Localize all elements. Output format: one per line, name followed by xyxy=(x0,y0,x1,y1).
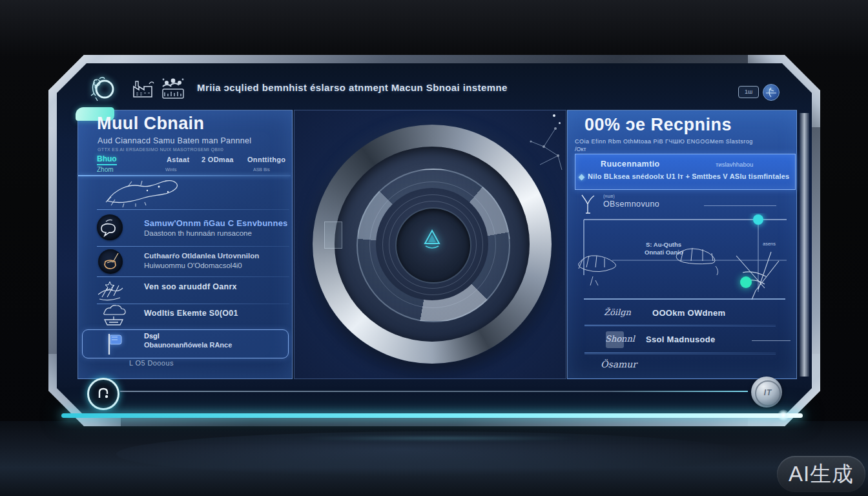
divider xyxy=(78,175,291,176)
glow-bar xyxy=(61,413,803,418)
power-button[interactable] xyxy=(87,378,119,410)
stat-col-3-sub: ASB Bis xyxy=(253,167,270,172)
fish-doodle-icon xyxy=(102,178,192,209)
triangle-logo-icon xyxy=(421,228,443,251)
ceiling-shadow xyxy=(0,0,868,57)
divider xyxy=(584,353,776,353)
spark-dot xyxy=(559,122,561,124)
diagram-center-line1: S: Au-Quths xyxy=(646,241,681,248)
right-panel-title: 00% ɔе Recpnins xyxy=(584,115,732,135)
observe-label[interactable]: OBsemnovuno xyxy=(603,200,659,209)
stat-col-2: 2 ODmaa xyxy=(202,156,234,163)
y-doodle-icon xyxy=(577,192,599,216)
arrow-fork-doodle-icon xyxy=(736,252,779,300)
frame-reflection-strip xyxy=(800,113,809,377)
app-title: Mriia ɔcɥlied bemnhist éslarso atnmeɲt M… xyxy=(197,82,508,93)
observe-line xyxy=(704,205,776,206)
diagram-center-line2: Onnati Oanio xyxy=(645,249,683,256)
people-chart-icon[interactable] xyxy=(159,76,187,102)
divider xyxy=(97,276,289,277)
row-label: Ösamur xyxy=(601,359,637,369)
divider xyxy=(97,209,289,210)
flag-icon xyxy=(105,333,123,356)
right-panel-subtitle-2: /Окт xyxy=(575,146,586,152)
glow-node xyxy=(778,409,789,421)
diagram-dot-label: asens xyxy=(763,241,776,247)
selected-item-desc: Obaunonanñówela RAnce xyxy=(144,341,232,349)
center-panel xyxy=(294,110,566,379)
ladle-doodle-icon[interactable] xyxy=(98,249,123,274)
factory-icon[interactable] xyxy=(131,78,156,101)
selected-item-title: Dsgl xyxy=(144,332,160,340)
bird-doodle-icon[interactable] xyxy=(94,278,128,304)
globe-button-icon[interactable] xyxy=(763,84,780,101)
constellation-doodle-icon xyxy=(524,125,564,176)
corner-dial-button[interactable]: IT xyxy=(751,377,782,408)
left-panel-title: Muul Cbnain xyxy=(97,114,204,134)
brain-ring-logo-icon[interactable] xyxy=(88,74,118,104)
list-item-title[interactable]: Cuthaarŕo Otldanlea Urtovnnilon xyxy=(144,252,259,260)
glow-reflection xyxy=(304,437,575,440)
list-item-title[interactable]: Samuw'Onnm ñGau C Esnvbunnes xyxy=(144,218,288,228)
banner-meta: тиslavhhabou xyxy=(716,161,753,168)
ai-generated-watermark: AI生成 xyxy=(777,456,865,492)
row-line xyxy=(752,340,790,341)
divider xyxy=(584,325,776,326)
left-panel-subtitle: Aud Ciannacd Samu Baten man Pannnel xyxy=(98,136,251,145)
stat-col-1: Astaat xyxy=(167,156,189,163)
left-panel-footer: L O5 Dooous xyxy=(129,359,174,367)
stage: Mriia ɔcɥlied bemnhist éslarso atnmeɲt M… xyxy=(0,0,868,496)
stat-col-1-sub: Wints xyxy=(165,167,177,172)
list-item-title[interactable]: Ven soo aruuddf Oanrx xyxy=(144,282,237,291)
row-value[interactable]: OOOkm OWdnem xyxy=(652,308,725,318)
dial-engraving: IT xyxy=(755,380,781,406)
list-item-title[interactable]: Wodltis Ekemte S0(O01 xyxy=(144,309,238,318)
list-item-desc: Daastoon th hunnaán runsacone xyxy=(144,229,252,237)
battery-chip-icon[interactable]: 1ш xyxy=(738,86,759,98)
boat-doodle-icon[interactable] xyxy=(99,304,128,329)
row-value[interactable]: Ssol Madnusode xyxy=(646,335,716,344)
observe-tiny-label: (ншв) xyxy=(603,194,615,198)
list-item-desc: Huiwuommu O'Odomacsol4i0 xyxy=(144,262,242,269)
stat-col-3: Onnttithgo xyxy=(247,156,285,163)
speech-bubble-doodle-icon[interactable] xyxy=(97,214,123,240)
row-label: Shonnl xyxy=(605,334,635,344)
lens-dial[interactable] xyxy=(313,125,552,364)
lens-tick-detail xyxy=(324,222,342,249)
progress-line[interactable] xyxy=(120,391,748,392)
banner-line: Nilo BLksea snédoolx U1 Iт + Smttbes V A… xyxy=(588,172,789,180)
spark-dot xyxy=(553,114,555,117)
blueprint-diagram: asens S: Au-Quths Onnati Oanio xyxy=(574,213,796,304)
banner-title: Ruucennamtio xyxy=(601,160,660,169)
stat-badge-sub: Zhom xyxy=(97,166,114,173)
row-label: Žöilgn xyxy=(604,307,631,317)
stat-badge[interactable]: Bhuo xyxy=(97,154,117,165)
right-panel-subtitle: COia Efinn Rbm OthMtoaa PiB ΓЧШЮ ENGOGMe… xyxy=(575,138,753,145)
left-panel-fineprint: GTTX ES AI ERSADESIMO NUIX MASOTROSEMI Q… xyxy=(98,147,223,152)
divider xyxy=(97,246,289,247)
